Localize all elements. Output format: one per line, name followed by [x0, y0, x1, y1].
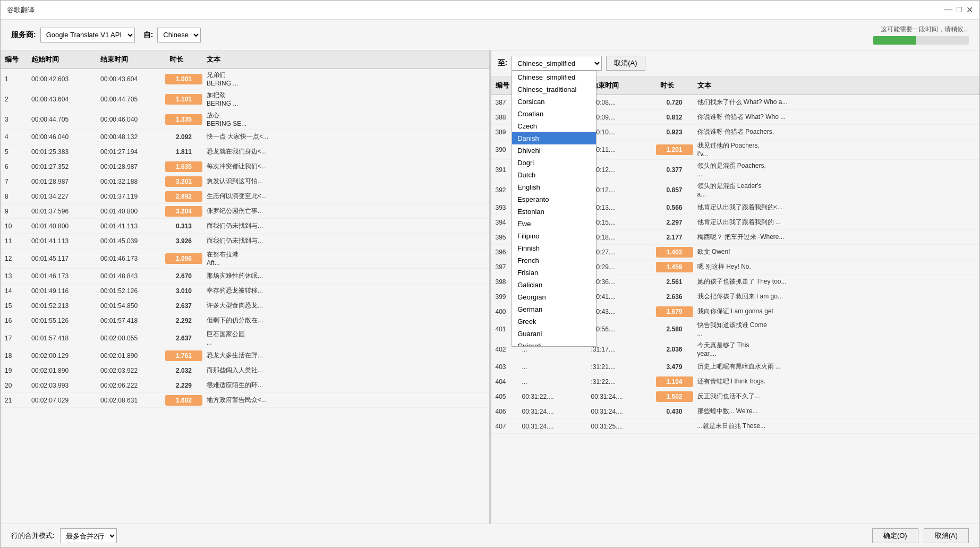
dropdown-item[interactable]: Chinese_simplified: [512, 71, 596, 83]
cell-text: 但剩下的仍分散在...: [202, 314, 489, 327]
dropdown-item[interactable]: Georgian: [512, 291, 596, 303]
dropdown-item[interactable]: Greek: [512, 315, 596, 328]
target-select[interactable]: Chinese_simplified: [512, 56, 602, 71]
table-row[interactable]: 5 00:01:25.383 00:01:27.194 1.811 恐龙就在我们…: [1, 144, 489, 159]
dropdown-item[interactable]: Estonian: [512, 206, 596, 218]
right-pane: 至: Chinese_simplified Chinese_simplified…: [491, 50, 980, 524]
table-row[interactable]: 14 00:01:49.116 00:01:52.126 3.010 幸存的恐龙…: [1, 284, 489, 298]
dropdown-item[interactable]: German: [512, 303, 596, 315]
cell-text: 放心BERING SE...: [202, 109, 489, 129]
table-row[interactable]: 8 00:01:34.227 00:01:37.119 2.892 生态何以演变…: [1, 189, 489, 204]
progress-fill: [873, 36, 916, 45]
cell-start: 00:01:55.126: [27, 315, 96, 326]
table-row[interactable]: 4 00:00:46.040 00:00:48.132 2.092 快一点 大家…: [1, 130, 489, 144]
table-row[interactable]: 10 00:01:40.800 00:01:41.113 0.313 而我们仍未…: [1, 219, 489, 234]
service-select[interactable]: Google Translate V1 API: [40, 28, 135, 42]
cell-text: 很难适应陌生的环...: [202, 379, 489, 391]
table-row[interactable]: 6 00:01:27.352 00:01:28.987 1.635 每次冲突都让…: [1, 159, 489, 174]
cell-start: 00:31:24....: [518, 421, 587, 432]
dropdown-item[interactable]: Filipino: [512, 230, 596, 242]
cancel-bottom-button[interactable]: 取消(A): [924, 528, 969, 543]
left-table-body[interactable]: 1 00:00:42.603 00:00:43.604 1.001 兄弟们BER…: [1, 69, 489, 524]
close-button[interactable]: ✕: [966, 5, 973, 15]
cell-start: 00:01:25.383: [27, 147, 96, 157]
cell-num: 13: [1, 271, 27, 281]
cell-num: 1: [1, 74, 27, 84]
cell-dur: 2.561: [656, 277, 693, 287]
cell-text: 在努布拉港Aft...: [202, 249, 489, 268]
cell-start: 00:01:46.173: [27, 271, 96, 281]
dropdown-item[interactable]: Dutch: [512, 169, 596, 181]
table-row[interactable]: 2 00:00:43.604 00:00:44.705 1.101 加把劲BER…: [1, 89, 489, 109]
cell-start: 00:00:43.604: [27, 94, 96, 105]
dropdown-item[interactable]: Dogri: [512, 157, 596, 169]
table-row[interactable]: 19 00:02:01.890 00:02:03.922 2.032 而那些闯入…: [1, 363, 489, 378]
cell-text: 欧文 Owen!: [693, 246, 980, 258]
title-bar: 谷歌翻译 — □ ✕: [1, 1, 979, 20]
dropdown-item[interactable]: Finnish: [512, 242, 596, 254]
table-row[interactable]: 403 ... :31:21.... 3.479 历史上吧呢有黑暗血水火雨 ..…: [491, 359, 980, 374]
merge-label: 行的合并模式:: [11, 531, 55, 541]
table-row[interactable]: 404 ... :31:22.... 1.104 还有青蛙吧 I think f…: [491, 374, 980, 389]
cell-text: 他们找来了什么 What? Who a...: [693, 96, 980, 108]
cell-text: 我见过他的 Poachers,I'v...: [693, 140, 980, 159]
cell-text: 巨石国家公园...: [202, 328, 489, 348]
cell-num: 406: [491, 406, 518, 417]
col-end-left: 结束时间: [96, 53, 165, 66]
dropdown-item[interactable]: Czech: [512, 120, 596, 132]
table-row[interactable]: 20 00:02:03.993 00:02:06.222 2.229 很难适应陌…: [1, 378, 489, 393]
table-row[interactable]: 11 00:01:41.113 00:01:45.039 3.926 而我们仍未…: [1, 234, 489, 249]
cell-dur: 1.761: [165, 350, 202, 361]
cell-end: 00:01:45.039: [96, 236, 165, 246]
table-row[interactable]: 9 00:01:37.596 00:01:40.800 3.204 侏罗纪公园伤…: [1, 204, 489, 219]
cell-text: 梅西呢？ 把车开过来 -Where...: [693, 231, 980, 243]
dropdown-item[interactable]: Danish: [512, 132, 596, 144]
minimize-button[interactable]: —: [944, 5, 952, 15]
cell-text: 他肯定认出我了跟着我到的 ...: [693, 216, 980, 228]
dropdown-item[interactable]: Esperanto: [512, 193, 596, 206]
table-row[interactable]: 1 00:00:42.603 00:00:43.604 1.001 兄弟们BER…: [1, 69, 489, 89]
cell-num: 4: [1, 132, 27, 142]
table-row[interactable]: 21 00:02:07.029 00:02:08.631 1.602 地方政府警…: [1, 393, 489, 408]
dropdown-item[interactable]: English: [512, 181, 596, 193]
dropdown-item[interactable]: Dhivehi: [512, 144, 596, 157]
table-row[interactable]: 7 00:01:28.987 00:01:32.188 3.201 愈发认识到这…: [1, 174, 489, 189]
table-row[interactable]: 17 00:01:57.418 00:02:00.055 2.637 巨石国家公…: [1, 328, 489, 348]
cell-num: 407: [491, 421, 518, 432]
confirm-button[interactable]: 确定(O): [872, 528, 918, 543]
table-row[interactable]: 405 00:31:22.... 00:31:24.... 1.502 反正我们…: [491, 389, 980, 404]
table-row[interactable]: 18 00:02:00.129 00:02:01.890 1.761 恐龙大多生…: [1, 348, 489, 363]
cell-end: :30:10....: [587, 127, 656, 138]
cell-start: 00:01:41.113: [27, 236, 96, 246]
cell-end: 00:31:25....: [587, 421, 656, 432]
dropdown-item[interactable]: Corsican: [512, 96, 596, 108]
table-row[interactable]: 15 00:01:52.213 00:01:54.850 2.637 许多大型食…: [1, 298, 489, 313]
dropdown-item[interactable]: Gujarati: [512, 340, 596, 347]
table-row[interactable]: 406 00:31:24.... 00:31:24.... 0.430 那些蝗中…: [491, 404, 980, 419]
dropdown-item[interactable]: Frisian: [512, 267, 596, 279]
table-row[interactable]: 13 00:01:46.173 00:01:48.843 2.670 那场灾难性…: [1, 269, 489, 284]
bottom-left: 行的合并模式: 最多合并2行: [11, 528, 117, 543]
maximize-button[interactable]: □: [957, 5, 962, 15]
cell-dur: 0.377: [656, 165, 693, 175]
cell-end: 00:01:40.800: [96, 206, 165, 217]
from-select[interactable]: Chinese: [157, 28, 201, 42]
cancel-button[interactable]: 取消(A): [606, 56, 645, 71]
dropdown-item[interactable]: Chinese_traditional: [512, 83, 596, 96]
dropdown-item[interactable]: Guarani: [512, 328, 596, 340]
language-dropdown-list[interactable]: Chinese_simplifiedChinese_traditionalCor…: [512, 71, 596, 347]
table-row[interactable]: 12 00:01:45.117 00:01:46.173 1.056 在努布拉港…: [1, 249, 489, 269]
dropdown-item[interactable]: Ewe: [512, 218, 596, 230]
dropdown-item[interactable]: French: [512, 254, 596, 267]
table-row[interactable]: 16 00:01:55.126 00:01:57.418 2.292 但剩下的仍…: [1, 313, 489, 328]
dropdown-item[interactable]: Galician: [512, 279, 596, 291]
table-row[interactable]: 3 00:00:44.705 00:00:46.040 1.335 放心BERI…: [1, 109, 489, 130]
left-table-header: 编号 起始时间 结束时间 时长 文本: [1, 50, 489, 69]
cell-text: 生态何以演变至此<...: [202, 190, 489, 202]
merge-select[interactable]: 最多合并2行: [60, 528, 117, 543]
cell-dur: 2.636: [656, 292, 693, 302]
dropdown-item[interactable]: Croatian: [512, 108, 596, 120]
cell-text: 幸存的恐龙被转移...: [202, 285, 489, 297]
cell-num: 16: [1, 315, 27, 326]
table-row[interactable]: 407 00:31:24.... 00:31:25.... ...就是末日前兆 …: [491, 419, 980, 434]
